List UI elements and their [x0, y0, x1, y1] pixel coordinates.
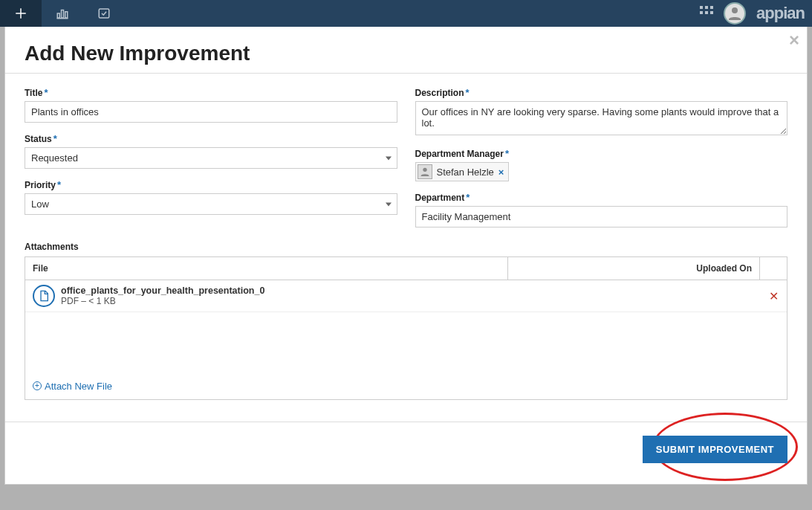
required-icon: *: [466, 87, 470, 98]
col-file: File: [25, 257, 508, 280]
title-input[interactable]: [25, 101, 397, 123]
description-label: Description: [415, 88, 464, 98]
svg-rect-2: [65, 12, 68, 18]
user-avatar[interactable]: [724, 2, 746, 25]
priority-select[interactable]: Low: [25, 193, 397, 215]
status-select[interactable]: Requested: [25, 147, 397, 169]
priority-label: Priority: [25, 180, 56, 190]
status-label: Status: [25, 134, 52, 144]
uploaded-cell: [508, 291, 760, 300]
attachments-label: Attachments: [25, 242, 79, 252]
attach-new-file-label: Attach New File: [45, 381, 112, 392]
svg-rect-0: [57, 13, 59, 18]
svg-rect-4: [99, 9, 109, 18]
dept-manager-label: Department Manager: [415, 149, 504, 159]
svg-rect-7: [710, 6, 713, 9]
department-label: Department: [415, 193, 465, 203]
department-input[interactable]: [415, 206, 788, 227]
title-label: Title: [25, 88, 42, 98]
col-uploaded: Uploaded On: [508, 257, 760, 280]
page-title: Add New Improvement: [25, 42, 787, 65]
file-name: office_plants_for_your_health_presentati…: [61, 285, 264, 296]
attach-new-file-link[interactable]: + Attach New File: [33, 381, 112, 392]
submit-improvement-button[interactable]: SUBMIT IMPROVEMENT: [643, 436, 787, 463]
required-icon: *: [53, 133, 57, 144]
description-textarea[interactable]: Our offices in NY are looking very spars…: [415, 101, 788, 135]
topbar: appian: [0, 0, 812, 27]
nav-tasks-icon[interactable]: [83, 0, 125, 27]
svg-rect-8: [700, 11, 703, 14]
file-meta: PDF – < 1 KB: [61, 296, 264, 306]
required-icon: *: [505, 148, 509, 159]
required-icon: *: [57, 179, 61, 190]
svg-rect-10: [710, 11, 713, 14]
attachments-table: File Uploaded On office_plants_for_your_…: [25, 256, 787, 400]
nav-add-icon[interactable]: [0, 0, 42, 27]
avatar-icon: [418, 164, 432, 179]
divider: [5, 73, 807, 74]
svg-rect-5: [700, 6, 703, 9]
brand-logo: appian: [756, 4, 805, 23]
chip-remove-icon[interactable]: ×: [498, 167, 504, 178]
svg-point-11: [732, 7, 738, 13]
plus-icon: +: [33, 381, 42, 390]
close-icon[interactable]: ×: [789, 31, 799, 49]
svg-rect-1: [62, 10, 64, 19]
svg-point-12: [423, 168, 426, 172]
required-icon: *: [466, 192, 470, 203]
table-row: office_plants_for_your_health_presentati…: [25, 280, 787, 312]
manager-chip-label: Stefan Helzle: [437, 167, 494, 178]
delete-row-icon[interactable]: ✕: [760, 289, 787, 303]
nav-reports-icon[interactable]: [42, 0, 83, 27]
modal-footer: SUBMIT IMPROVEMENT: [5, 422, 807, 484]
add-improvement-modal: × Add New Improvement Title* Status* Req…: [4, 27, 808, 485]
app-launcher-icon[interactable]: [700, 6, 713, 22]
required-icon: *: [44, 87, 48, 98]
manager-chip[interactable]: Stefan Helzle ×: [415, 162, 510, 181]
svg-rect-9: [705, 11, 708, 14]
svg-rect-6: [705, 6, 708, 9]
document-icon: [33, 285, 55, 307]
